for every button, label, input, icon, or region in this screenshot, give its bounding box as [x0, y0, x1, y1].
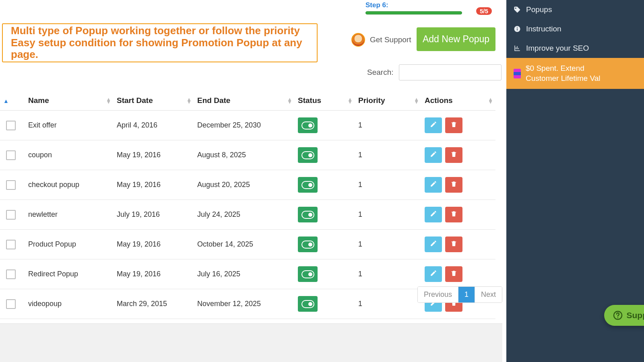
edit-button[interactable]: [425, 117, 442, 133]
cell-start: May 19, 2016: [114, 259, 194, 289]
table-row: Redirect PopupMay 19, 2016July 16, 20251: [0, 259, 495, 289]
promo-line2: Customer Lifetime Val: [526, 74, 601, 84]
status-toggle[interactable]: [298, 147, 318, 163]
row-checkbox[interactable]: [6, 180, 16, 190]
trash-icon: [450, 181, 457, 189]
question-icon: [613, 311, 623, 320]
pencil-icon: [430, 121, 437, 130]
delete-button[interactable]: [445, 177, 462, 193]
trash-icon: [450, 270, 457, 279]
row-checkbox[interactable]: [6, 269, 16, 279]
pagination-page-1[interactable]: 1: [458, 287, 475, 302]
status-toggle[interactable]: [298, 117, 318, 133]
status-toggle[interactable]: [298, 296, 318, 312]
trash-icon: [450, 210, 457, 219]
cell-start: May 19, 2016: [114, 170, 194, 200]
edit-button[interactable]: [425, 147, 442, 163]
sidebar-item-promo[interactable]: $0 Spent. Extend Customer Lifetime Val: [506, 58, 644, 89]
cell-end: July 16, 2025: [194, 259, 295, 289]
add-new-popup-button[interactable]: Add New Popup: [417, 27, 495, 51]
row-checkbox[interactable]: [6, 210, 16, 220]
delete-button[interactable]: [445, 147, 462, 163]
row-checkbox[interactable]: [6, 299, 16, 309]
gift-icon: [514, 69, 521, 78]
cell-end: December 25, 2030: [194, 111, 295, 140]
cell-start: May 19, 2016: [114, 230, 194, 259]
sidebar-label-popups: Popups: [526, 5, 552, 14]
cell-start: May 19, 2016: [114, 140, 194, 170]
sidebar-item-seo[interactable]: Improve your SEO: [506, 39, 644, 58]
cell-name: checkout popup: [25, 170, 114, 200]
edit-button[interactable]: [425, 237, 442, 252]
info-icon: [514, 25, 521, 33]
delete-button[interactable]: [445, 207, 462, 222]
svg-point-2: [517, 27, 518, 28]
col-header-start[interactable]: Start Date ▲▼: [114, 91, 194, 111]
row-checkbox[interactable]: [6, 150, 16, 160]
col-header-priority[interactable]: Priority ▲▼: [355, 91, 421, 111]
support-fab[interactable]: Suppor: [604, 305, 644, 326]
edit-button[interactable]: [425, 177, 442, 193]
col-header-name[interactable]: Name ▲▼: [25, 91, 114, 111]
banner-line1: Multi type of Popup working together or …: [11, 25, 309, 37]
cell-name: coupon: [25, 140, 114, 170]
cell-priority: 1: [355, 140, 421, 170]
sort-icon: ▲▼: [106, 98, 111, 103]
cell-end: July 24, 2025: [194, 200, 295, 230]
cell-priority: 1: [355, 170, 421, 200]
sort-icon: ▲▼: [414, 98, 419, 103]
fab-label: Suppor: [627, 311, 644, 320]
edit-button[interactable]: [425, 266, 442, 282]
col-header-status[interactable]: Status ▲▼: [295, 91, 355, 111]
col-header-checkbox[interactable]: ▲: [0, 91, 25, 111]
pagination-next[interactable]: Next: [475, 287, 502, 302]
status-toggle[interactable]: [298, 237, 318, 252]
support-avatar-icon: [351, 33, 365, 47]
cell-priority: 1: [355, 259, 421, 289]
cell-end: August 20, 2025: [194, 170, 295, 200]
pagination: Previous 1 Next: [417, 286, 502, 303]
row-checkbox[interactable]: [6, 121, 16, 130]
table-row: couponMay 19, 2016August 8, 20251: [0, 140, 495, 170]
search-input[interactable]: [399, 64, 502, 80]
step-label: Step 6:: [365, 1, 388, 9]
table-row: Product PopupMay 19, 2016October 14, 202…: [0, 230, 495, 259]
sidebar-label-instruction: Instruction: [526, 25, 561, 33]
trash-icon: [450, 121, 457, 130]
pencil-icon: [430, 210, 437, 219]
promo-line1: $0 Spent. Extend: [526, 64, 601, 74]
cell-priority: 1: [355, 289, 421, 319]
chart-icon: [514, 45, 521, 52]
status-toggle[interactable]: [298, 177, 318, 193]
edit-button[interactable]: [425, 207, 442, 222]
table-row: Exit offerApril 4, 2016December 25, 2030…: [0, 111, 495, 140]
delete-button[interactable]: [445, 117, 462, 133]
pencil-icon: [430, 269, 437, 279]
sort-icon: ▲▼: [186, 98, 192, 103]
row-checkbox[interactable]: [6, 240, 16, 249]
cell-name: videopoup: [25, 289, 114, 319]
popups-table: ▲ Name ▲▼ Start Date ▲▼ End Date ▲▼ Stat…: [0, 91, 495, 319]
cell-end: October 14, 2025: [194, 230, 295, 259]
table-row: newletterJuly 19, 2016July 24, 20251: [0, 200, 495, 230]
cell-priority: 1: [355, 230, 421, 259]
table-row: checkout popupMay 19, 2016August 20, 202…: [0, 170, 495, 200]
status-toggle[interactable]: [298, 207, 318, 222]
pagination-prev[interactable]: Previous: [418, 287, 458, 302]
cell-end: August 8, 2025: [194, 140, 295, 170]
sidebar-item-instruction[interactable]: Instruction: [506, 19, 644, 39]
status-toggle[interactable]: [298, 266, 318, 282]
sort-asc-icon: ▲: [3, 98, 9, 104]
col-header-actions[interactable]: Actions ▲▼: [421, 91, 495, 111]
cell-start: July 19, 2016: [114, 200, 194, 230]
trash-icon: [450, 151, 457, 160]
sidebar-label-seo: Improve your SEO: [526, 44, 589, 53]
delete-button[interactable]: [445, 266, 462, 282]
col-header-end[interactable]: End Date ▲▼: [194, 91, 295, 111]
cell-start: April 4, 2016: [114, 111, 194, 140]
delete-button[interactable]: [445, 237, 462, 252]
sidebar-item-popups[interactable]: Popups: [506, 0, 644, 19]
get-support-link[interactable]: Get Support: [351, 33, 411, 47]
cell-priority: 1: [355, 111, 421, 140]
support-link-label: Get Support: [370, 35, 411, 44]
